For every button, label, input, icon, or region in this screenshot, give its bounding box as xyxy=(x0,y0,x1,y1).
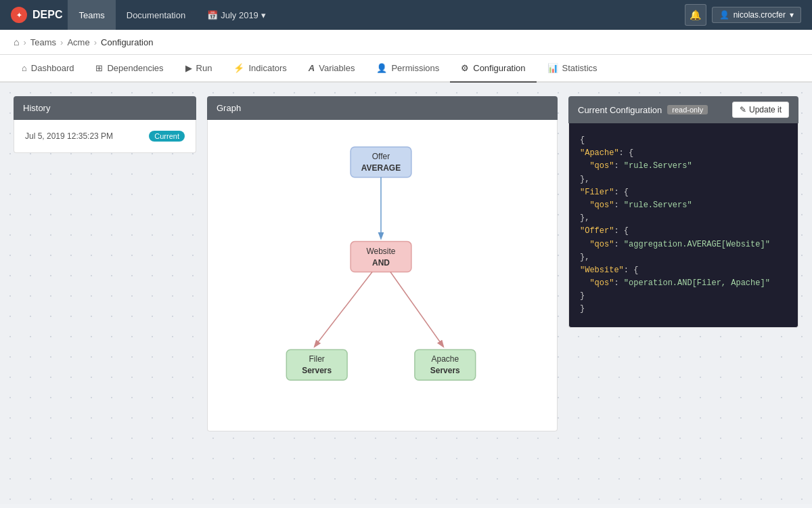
tab-configuration[interactable]: ⚙ Configuration xyxy=(450,55,536,83)
navbar: ✦ DEPC Teams Documentation 📅 July 2019 ▾… xyxy=(0,0,812,30)
nav-right: 🔔 👤 nicolas.crocfer ▾ xyxy=(685,4,801,26)
code-line-13: } xyxy=(580,290,787,303)
offer-sublabel: AVERAGE xyxy=(361,163,401,173)
nav-teams[interactable]: Teams xyxy=(68,0,115,30)
history-panel: History Jul 5, 2019 12:35:23 PM Current xyxy=(14,96,196,490)
tab-run[interactable]: ▶ Run xyxy=(175,55,223,83)
breadcrumb-teams[interactable]: Teams xyxy=(30,37,56,47)
main-content: History Jul 5, 2019 12:35:23 PM Current … xyxy=(0,83,812,504)
indicators-icon: ⚡ xyxy=(233,63,244,73)
sep-2: › xyxy=(60,37,63,47)
notification-bell[interactable]: 🔔 xyxy=(685,4,706,26)
graph-panel: Graph Offer AVERAGE xyxy=(207,96,558,490)
code-line-3: "qos": "rule.Servers" xyxy=(580,160,787,173)
filer-sublabel: Servers xyxy=(302,366,332,375)
current-badge: Current xyxy=(149,131,185,142)
history-timestamp: Jul 5, 2019 12:35:23 PM xyxy=(25,131,113,141)
dependencies-icon: ⊞ xyxy=(95,63,103,73)
config-title-group: Current Configuration read-only xyxy=(578,105,708,115)
breadcrumb: ⌂ › Teams › Acme › Configuration xyxy=(0,30,812,55)
config-code: { "Apache": { "qos": "rule.Servers" }, "… xyxy=(568,123,798,328)
statistics-icon: 📊 xyxy=(547,63,558,73)
code-line-2: "Apache": { xyxy=(580,147,787,160)
graph-svg: Offer AVERAGE Website AND xyxy=(208,120,557,431)
code-line-9: "qos": "aggregation.AVERAGE[Website]" xyxy=(580,238,787,251)
tab-dependencies[interactable]: ⊞ Dependencies xyxy=(85,55,174,83)
history-body: Jul 5, 2019 12:35:23 PM Current xyxy=(14,120,196,153)
code-line-14: } xyxy=(580,303,787,316)
breadcrumb-acme[interactable]: Acme xyxy=(67,37,89,47)
nav-documentation[interactable]: Documentation xyxy=(116,0,196,30)
brand: ✦ DEPC xyxy=(11,7,62,23)
tab-variables[interactable]: A Variables xyxy=(298,55,366,83)
tab-permissions[interactable]: 👤 Permissions xyxy=(365,55,450,83)
code-line-6: "qos": "rule.Servers" xyxy=(580,199,787,212)
code-line-4: }, xyxy=(580,173,787,186)
code-line-11: "Website": { xyxy=(580,264,787,277)
apache-label: Apache xyxy=(432,354,459,364)
graph-header: Graph xyxy=(207,96,558,120)
code-line-8: "Offer": { xyxy=(580,225,787,238)
node-website[interactable]: Website AND xyxy=(351,242,411,272)
node-apache[interactable]: Apache Servers xyxy=(415,350,476,380)
variables-icon: A xyxy=(309,63,315,73)
graph-body: Offer AVERAGE Website AND xyxy=(207,120,558,431)
user-icon: 👤 xyxy=(719,10,729,20)
code-line-10: }, xyxy=(580,251,787,264)
readonly-badge: read-only xyxy=(667,105,708,114)
update-button[interactable]: ✎ Update it xyxy=(732,102,789,118)
code-line-5: "Filer": { xyxy=(580,186,787,199)
config-title: Current Configuration xyxy=(578,105,662,115)
code-line-7: }, xyxy=(580,212,787,225)
breadcrumb-current: Configuration xyxy=(101,37,153,47)
edge-website-filer xyxy=(315,272,372,347)
apache-sublabel: Servers xyxy=(430,366,460,375)
node-filer[interactable]: Filer Servers xyxy=(286,350,347,380)
sub-navbar: ⌂ Dashboard ⊞ Dependencies ▶ Run ⚡ Indic… xyxy=(0,55,812,83)
filer-label: Filer xyxy=(309,354,325,364)
user-menu[interactable]: 👤 nicolas.crocfer ▾ xyxy=(712,7,801,23)
nav-date[interactable]: 📅 July 2019 ▾ xyxy=(196,0,277,30)
history-item[interactable]: Jul 5, 2019 12:35:23 PM Current xyxy=(25,131,185,142)
chevron-down-icon: ▾ xyxy=(790,10,794,20)
bell-icon: 🔔 xyxy=(690,9,701,20)
username: nicolas.crocfer xyxy=(734,10,786,20)
website-sublabel: AND xyxy=(372,258,390,268)
permissions-icon: 👤 xyxy=(376,63,387,73)
code-line-12: "qos": "operation.AND[Filer, Apache]" xyxy=(580,277,787,290)
sep-3: › xyxy=(94,37,97,47)
edit-icon: ✎ xyxy=(740,105,746,114)
brand-icon: ✦ xyxy=(11,7,27,23)
node-offer[interactable]: Offer AVERAGE xyxy=(351,147,411,177)
tab-statistics[interactable]: 📊 Statistics xyxy=(537,55,608,83)
brand-name: DEPC xyxy=(32,9,62,21)
sep-1: › xyxy=(23,37,26,47)
home-icon[interactable]: ⌂ xyxy=(14,37,19,47)
history-header: History xyxy=(14,96,196,120)
configuration-icon: ⚙ xyxy=(461,63,469,73)
config-header: Current Configuration read-only ✎ Update… xyxy=(568,96,798,123)
dashboard-icon: ⌂ xyxy=(22,63,27,73)
code-line-1: { xyxy=(580,134,787,147)
website-label: Website xyxy=(366,247,395,256)
offer-label: Offer xyxy=(372,152,390,161)
edge-website-apache xyxy=(390,272,443,347)
config-panel: Current Configuration read-only ✎ Update… xyxy=(568,96,798,490)
tab-indicators[interactable]: ⚡ Indicators xyxy=(223,55,297,83)
tab-dashboard[interactable]: ⌂ Dashboard xyxy=(11,55,85,83)
run-icon: ▶ xyxy=(185,63,192,73)
